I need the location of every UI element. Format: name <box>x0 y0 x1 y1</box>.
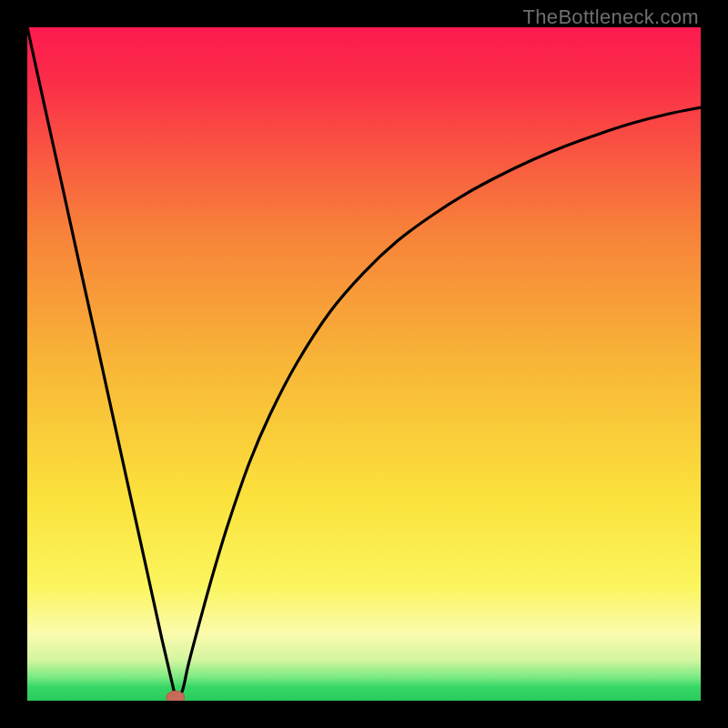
min-point-marker <box>167 691 185 701</box>
watermark-text: TheBottleneck.com <box>523 5 699 29</box>
plot-frame <box>27 27 701 701</box>
chart-background-gradient <box>27 27 701 701</box>
bottleneck-chart <box>27 27 701 701</box>
